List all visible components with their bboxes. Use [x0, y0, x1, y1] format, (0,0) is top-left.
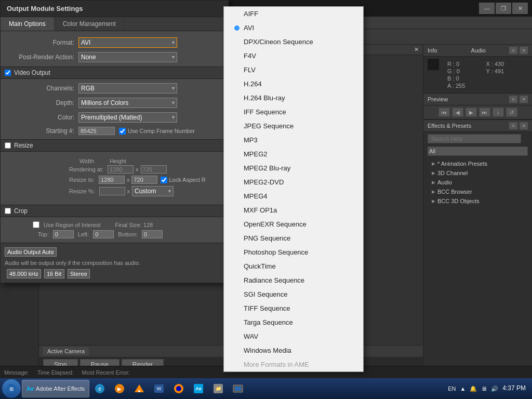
channels-label: Channels:: [7, 85, 74, 92]
depth-row: Depth: Millions of Colors ▼: [7, 98, 222, 108]
format-option-h.264[interactable]: H.264: [224, 77, 363, 91]
format-select[interactable]: AVI: [78, 37, 177, 48]
format-option-mxf-op1a[interactable]: MXF OP1a: [224, 203, 363, 217]
output-dialog: Output Module Settings Main Options Colo…: [0, 0, 229, 283]
format-option-mpeg4[interactable]: MPEG4: [224, 189, 363, 203]
resize-to-w-input[interactable]: [99, 176, 125, 184]
resize-grid: Width Height Rendering at: x Resize to: …: [7, 156, 222, 201]
crop-inputs: Top: Left: Bottom:: [7, 230, 222, 238]
format-option-png-sequence[interactable]: PNG Sequence: [224, 231, 363, 245]
svg-text:⊞: ⊞: [9, 386, 14, 392]
starting-label: Starting #:: [7, 127, 74, 135]
color-label: Color:: [7, 114, 74, 121]
dialog-tabs: Main Options Color Management: [1, 17, 228, 31]
crop-checkbox[interactable]: [5, 208, 11, 214]
format-option-photoshop-sequence[interactable]: Photoshop Sequence: [224, 245, 363, 259]
taskbar-apps: Ae Adobe After Effects e ▶ W: [22, 380, 443, 397]
resize-to-h-input[interactable]: [131, 176, 157, 184]
resize-pct-row: Resize %: x Custom ▼: [7, 186, 222, 196]
taskbar-btn-vlc[interactable]: [130, 380, 149, 397]
resize-checkbox[interactable]: [5, 142, 11, 149]
tab-color-management[interactable]: Color Management: [55, 17, 125, 31]
audio-bit-select[interactable]: 16 Bit: [44, 269, 64, 278]
post-render-row: Post-Render Action: None ▼: [7, 52, 222, 62]
format-row: Format: AVI ▼: [7, 37, 222, 48]
audio-output-select[interactable]: Audio Output Auto: [5, 247, 57, 257]
audio-section: Audio Output Auto ▼ Audio will be output…: [1, 243, 228, 283]
resize-header: Resize: [1, 139, 228, 152]
svg-text:▶: ▶: [117, 386, 122, 392]
format-option-wav[interactable]: WAV: [224, 329, 363, 343]
format-option-dpx/cineon-sequence[interactable]: DPX/Cineon Sequence: [224, 35, 363, 49]
crop-section: Use Region of Interest Final Size: 128 T…: [7, 221, 222, 238]
resize-to-row: Resize to: x Lock Aspect R: [7, 176, 222, 184]
format-option-tiff-sequence[interactable]: TIFF Sequence: [224, 301, 363, 315]
video-output-header: Video Output: [1, 66, 228, 79]
use-roi-checkbox[interactable]: [33, 221, 39, 228]
start-button[interactable]: ⊞: [2, 379, 21, 398]
crop-left-input[interactable]: [93, 230, 114, 238]
svg-point-7: [138, 390, 140, 392]
format-option-targa-sequence[interactable]: Targa Sequence: [224, 315, 363, 329]
crop-bottom-input[interactable]: [142, 230, 163, 238]
format-select-wrapper: AVI ▼: [78, 37, 177, 48]
format-label: Format:: [7, 39, 74, 46]
audio-controls: 48.000 kHz ▼ 16 Bit ▼ Stereo: [5, 269, 224, 278]
format-option-quicktime[interactable]: QuickTime: [224, 259, 363, 273]
custom-select[interactable]: Custom: [132, 186, 174, 196]
channels-row: Channels: RGB ▼: [7, 83, 222, 94]
crop-top-input[interactable]: [53, 230, 74, 238]
format-option-mp3[interactable]: MP3: [224, 133, 363, 147]
resize-pct-w-input[interactable]: [99, 187, 125, 195]
format-option-radiance-sequence[interactable]: Radiance Sequence: [224, 273, 363, 287]
format-option-iff-sequence[interactable]: IFF Sequence: [224, 105, 363, 119]
post-render-label: Post-Render Action:: [7, 54, 74, 61]
format-dropdown: AIFFAVIDPX/Cineon SequenceF4VFLVH.264H.2…: [223, 6, 364, 372]
format-option-flv[interactable]: FLV: [224, 63, 363, 77]
rendering-w-input: [108, 165, 134, 174]
format-option-mpeg2-dvd[interactable]: MPEG2-DVD: [224, 175, 363, 189]
audio-note: Audio will be output only if the composi…: [5, 260, 224, 266]
channels-select[interactable]: RGB: [78, 83, 177, 94]
taskbar-btn-word[interactable]: W: [150, 380, 168, 397]
dialog-title: Output Module Settings: [1, 1, 228, 17]
taskbar-app-ae[interactable]: Ae Adobe After Effects: [22, 380, 89, 397]
format-option-avi[interactable]: AVI: [224, 21, 363, 35]
post-render-select[interactable]: None: [78, 52, 177, 62]
format-option-sgi-sequence[interactable]: SGI Sequence: [224, 287, 363, 301]
format-option-mpeg2[interactable]: MPEG2: [224, 147, 363, 161]
taskbar-btn-ae2[interactable]: Ae: [189, 380, 208, 397]
format-option-h.264-blu-ray[interactable]: H.264 Blu-ray: [224, 91, 363, 105]
audio-channel-select[interactable]: Stereo: [68, 269, 90, 278]
color-select[interactable]: Premultiplied (Matted): [78, 112, 177, 123]
taskbar-btn-wmp[interactable]: ▶: [110, 380, 129, 397]
rendering-at-row: Rendering at: x: [7, 165, 222, 174]
lock-aspect-checkbox[interactable]: [161, 177, 167, 183]
depth-label: Depth:: [7, 99, 74, 107]
taskbar-btn-extra[interactable]: 📁: [209, 380, 228, 397]
svg-point-11: [176, 386, 181, 391]
format-option-jpeg-sequence[interactable]: JPEG Sequence: [224, 119, 363, 133]
format-option-openexr-sequence[interactable]: OpenEXR Sequence: [224, 217, 363, 231]
svg-text:📁: 📁: [216, 385, 222, 392]
starting-input[interactable]: [78, 127, 115, 135]
taskbar: ⊞ Ae Adobe After Effects e ▶: [0, 378, 532, 399]
format-option-mpeg2-blu-ray[interactable]: MPEG2 Blu-ray: [224, 161, 363, 175]
tab-main-options[interactable]: Main Options: [1, 17, 55, 31]
dialog-overlay: Output Module Settings Main Options Colo…: [0, 0, 532, 399]
video-output-checkbox[interactable]: [5, 70, 11, 76]
color-row: Color: Premultiplied (Matted) ▼: [7, 112, 222, 123]
audio-freq-select[interactable]: 48.000 kHz: [7, 269, 41, 278]
taskbar-btn-vm[interactable]: [229, 380, 247, 397]
format-option-aiff[interactable]: AIFF: [224, 7, 363, 21]
audio-row: Audio Output Auto ▼: [5, 247, 224, 257]
depth-select[interactable]: Millions of Colors: [78, 98, 177, 108]
starting-row: Starting #: Use Comp Frame Number: [7, 127, 222, 135]
format-option-windows-media[interactable]: Windows Media: [224, 343, 363, 357]
format-option-f4v[interactable]: F4V: [224, 49, 363, 63]
taskbar-btn-firefox[interactable]: [169, 380, 188, 397]
taskbar-btn-ie[interactable]: e: [90, 380, 109, 397]
svg-text:e: e: [98, 386, 101, 392]
dialog-content: Format: AVI ▼ Post-Render Action: None ▼: [1, 31, 228, 283]
use-comp-frame-checkbox[interactable]: [119, 128, 126, 135]
